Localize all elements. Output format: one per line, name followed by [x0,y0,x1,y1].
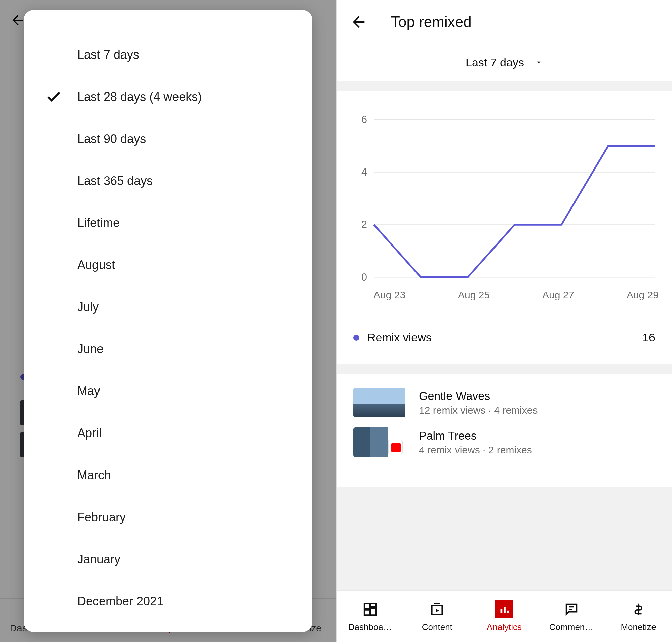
divider [336,364,672,374]
tab-dashboard[interactable]: Dashboa… [336,591,404,642]
date-range-option[interactable]: December 2021 [24,580,312,622]
svg-rect-11 [507,611,509,613]
date-range-label: April [77,426,102,440]
x-tick-label: Aug 27 [542,289,574,301]
date-range-option[interactable]: Last 365 days [24,160,312,202]
legend-label: Remix views [367,331,432,344]
video-thumbnail [353,427,405,457]
date-range-label: August [77,258,115,272]
video-title: Palm Trees [419,429,532,442]
svg-text:6: 6 [361,114,367,125]
date-range-option[interactable]: July [24,286,312,328]
analytics-icon [495,600,513,618]
video-title: Gentle Waves [419,389,538,402]
right-screen: Top remixed Last 7 days 0246 Aug 23Aug 2… [336,0,672,642]
date-range-option[interactable]: January [24,538,312,580]
svg-text:2: 2 [361,219,367,230]
date-range-option[interactable]: Last 90 days [24,118,312,160]
date-range-option[interactable]: August [24,244,312,286]
tab-analytics[interactable]: Analytics [470,591,538,642]
svg-rect-9 [500,609,502,613]
svg-text:4: 4 [361,166,367,178]
x-tick-label: Aug 29 [626,289,659,301]
date-range-label: May [77,384,100,398]
tab-comments[interactable]: Commen… [538,591,605,642]
date-range-label: Last 365 days [77,174,153,188]
video-meta: 4 remix views · 2 remixes [419,444,532,456]
date-range-option[interactable]: May [24,370,312,412]
left-screen: Dashboa… Content Analytics Commen… Monet… [0,0,336,642]
x-tick-label: Aug 23 [374,289,405,301]
date-range-option[interactable]: November 2021 [24,622,312,632]
legend-value: 16 [643,331,655,344]
chart-legend-row: Remix views 16 [336,311,672,364]
remixed-item[interactable]: Palm Trees 4 remix views · 2 remixes [353,427,655,457]
tab-label: Content [422,622,452,632]
back-arrow-icon[interactable] [350,13,367,30]
date-range-label: March [77,468,111,482]
date-range-option[interactable]: April [24,412,312,454]
date-filter-dropdown[interactable]: Last 7 days [336,44,672,81]
monetize-icon [629,600,647,618]
date-range-label: June [77,342,104,356]
legend-dot-icon [353,335,359,341]
content-icon [428,600,446,618]
date-range-option[interactable]: February [24,496,312,538]
tab-label: Dashboa… [348,622,392,632]
divider [336,81,672,91]
svg-rect-10 [504,607,506,613]
dashboard-icon [361,600,379,618]
date-range-label: December 2021 [77,594,163,608]
date-range-option[interactable]: Last 7 days [24,34,312,76]
remix-views-chart: 0246 [350,114,659,282]
caret-down-icon [534,58,543,67]
date-range-label: Lifetime [77,216,120,230]
right-bottom-nav: Dashboa… Content Analytics Commen… [336,590,672,642]
video-thumbnail [353,388,405,418]
date-range-option[interactable]: March [24,454,312,496]
page-title: Top remixed [391,13,471,30]
chart-x-axis: Aug 23Aug 25Aug 27Aug 29 [350,282,659,301]
shorts-badge-icon [391,443,401,452]
remixed-item[interactable]: Gentle Waves 12 remix views · 4 remixes [353,388,655,418]
tab-label: Analytics [487,622,522,632]
x-tick-label: Aug 25 [458,289,490,301]
date-range-option[interactable]: Lifetime [24,202,312,244]
right-topbar: Top remixed [336,0,672,44]
tab-label: Monetize [621,622,656,632]
date-range-modal: Last 7 daysLast 28 days (4 weeks)Last 90… [24,10,312,632]
date-range-option[interactable]: Last 28 days (4 weeks) [24,76,312,118]
checkmark-icon [44,87,64,107]
date-range-label: Last 90 days [77,132,146,146]
svg-text:0: 0 [361,271,367,282]
date-range-label: Last 28 days (4 weeks) [77,90,202,104]
remixed-list: Gentle Waves 12 remix views · 4 remixes … [336,374,672,487]
tab-content[interactable]: Content [404,591,471,642]
date-range-option[interactable]: June [24,328,312,370]
date-range-label: Last 7 days [77,48,139,62]
video-meta: 12 remix views · 4 remixes [419,405,538,416]
date-filter-label: Last 7 days [466,56,524,69]
date-range-label: July [77,300,99,314]
chart-container: 0246 Aug 23Aug 25Aug 27Aug 29 [336,91,672,311]
date-range-label: February [77,510,126,524]
comments-icon [563,600,581,618]
tab-label: Commen… [549,622,593,632]
spacer [336,487,672,590]
date-range-label: January [77,552,120,566]
tab-monetize[interactable]: Monetize [605,591,672,642]
